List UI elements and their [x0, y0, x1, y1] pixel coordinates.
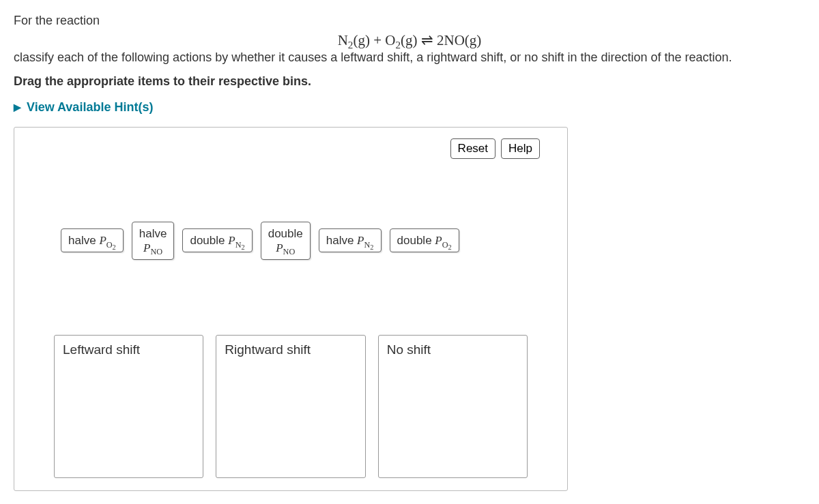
reset-button[interactable]: Reset — [450, 138, 495, 159]
drag-action: double — [397, 234, 435, 247]
drag-p: P — [228, 234, 235, 247]
hints-label: View Available Hint(s) — [27, 100, 153, 115]
eq-r2-sub: 2 — [395, 40, 401, 50]
drag-instruction: Drag the appropriate items to their resp… — [14, 74, 805, 89]
drag-p: P — [357, 234, 364, 247]
view-hints-toggle[interactable]: ▶ View Available Hint(s) — [14, 100, 153, 115]
drag-item-double-pn2[interactable]: double PN2 — [182, 228, 252, 252]
eq-arrow: ⇌ — [417, 32, 437, 48]
eq-r2-state: (g) — [401, 32, 418, 48]
chevron-right-icon: ▶ — [14, 102, 21, 113]
drag-item-halve-pn2[interactable]: halve PN2 — [319, 228, 382, 252]
drag-p: P — [276, 241, 283, 254]
bin-label: Leftward shift — [63, 342, 140, 357]
drag-item-halve-pno[interactable]: halvePNO — [132, 222, 175, 261]
bin-leftward-shift[interactable]: Leftward shift — [54, 335, 203, 478]
eq-prod-state: (g) — [465, 32, 482, 48]
drag-sub: O2 — [106, 240, 116, 250]
bin-label: Rightward shift — [225, 342, 311, 357]
drag-sub: NO — [150, 247, 162, 256]
drag-p: P — [143, 241, 150, 254]
drag-p: P — [435, 234, 442, 247]
drag-item-halve-po2[interactable]: halve PO2 — [61, 228, 124, 252]
eq-r1-state: (g) — [353, 32, 370, 48]
help-button[interactable]: Help — [501, 138, 540, 159]
draggable-items-area: halve PO2 halvePNO double PN2 doublePNO … — [27, 222, 555, 261]
drag-sub: O2 — [442, 240, 452, 250]
intro-line-1: For the reaction — [14, 14, 805, 28]
drag-item-double-po2[interactable]: double PO2 — [390, 228, 459, 252]
drag-action: double — [268, 227, 303, 240]
intro-line-2: classify each of the following actions b… — [14, 50, 805, 65]
bin-rightward-shift[interactable]: Rightward shift — [216, 335, 365, 478]
drag-action: halve — [326, 234, 357, 247]
eq-prod: NO — [444, 32, 464, 48]
drag-p: P — [99, 234, 106, 247]
drag-action: halve — [68, 234, 99, 247]
drag-workspace: Reset Help halve PO2 halvePNO double PN2… — [14, 127, 568, 492]
workspace-buttons: Reset Help — [450, 138, 540, 159]
drag-item-double-pno[interactable]: doublePNO — [261, 222, 311, 261]
eq-plus: + — [370, 32, 385, 48]
drag-sub: N2 — [235, 240, 245, 250]
drag-sub: N2 — [364, 240, 374, 250]
drag-sub: NO — [283, 247, 296, 256]
eq-prod-coef: 2 — [437, 32, 444, 48]
reaction-equation: N2(g) + O2(g) ⇌ 2NO(g) — [14, 32, 805, 49]
drag-action: double — [190, 234, 228, 247]
bin-no-shift[interactable]: No shift — [378, 335, 528, 478]
drag-action: halve — [139, 227, 167, 240]
bin-label: No shift — [387, 342, 431, 357]
bins-row: Leftward shift Rightward shift No shift — [27, 335, 555, 478]
eq-r1: N — [338, 32, 348, 48]
eq-r2: O — [385, 32, 395, 48]
